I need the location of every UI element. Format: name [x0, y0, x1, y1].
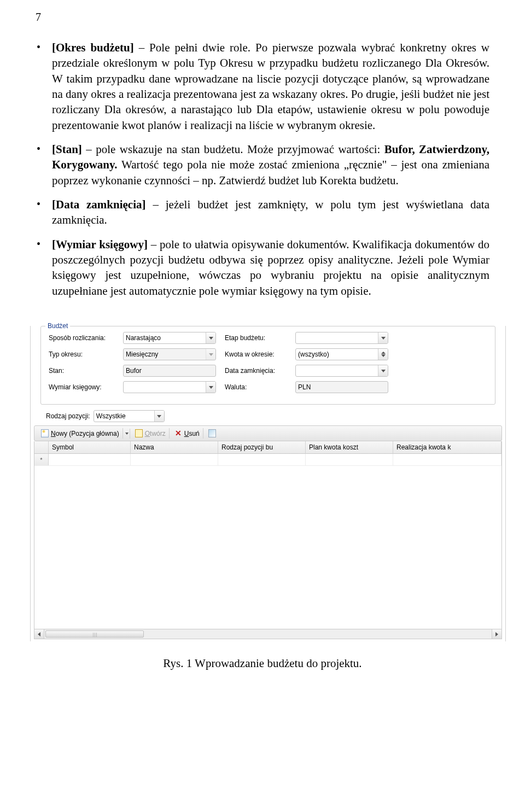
- combo-waluta: PLN: [295, 381, 388, 393]
- edit-icon: [208, 429, 216, 437]
- label-stan: [Stan]: [52, 143, 82, 156]
- row-marker: *: [34, 454, 49, 465]
- usun-label-rest: suń: [189, 430, 199, 437]
- bullet-data-zamkniecia: [Data zamknięcia] – jeżeli budżet jest z…: [52, 197, 489, 228]
- new-icon: [41, 429, 49, 437]
- otworz-button: Otwórz: [132, 428, 170, 439]
- grid-toolbar: Nowy (Pozycja główna) Otwórz ✕ Usuń: [34, 425, 502, 441]
- otworz-label-rest: twórz: [150, 430, 166, 437]
- text-stan-a: – pole wskazuje na stan budżetu. Może pr…: [82, 143, 384, 156]
- label-typ-okresu: Typ okresu:: [49, 350, 115, 358]
- value-stan: Bufor: [124, 365, 215, 376]
- scroll-right-icon[interactable]: [492, 629, 501, 639]
- combo-typ-okresu: Miesięczny: [123, 348, 216, 360]
- group-legend: Budżet: [45, 322, 70, 330]
- label-rodzaj-pozycji: Rodzaj pozycji:: [46, 412, 90, 420]
- value-waluta: PLN: [296, 382, 388, 393]
- nowy-dropdown[interactable]: [125, 429, 130, 439]
- combo-sposob-rozliczania[interactable]: Narastająco: [123, 332, 216, 344]
- dropdown-icon[interactable]: [206, 382, 215, 393]
- combo-rodzaj-pozycji[interactable]: Wszystkie: [94, 410, 165, 422]
- combo-data-zamkniecia[interactable]: [295, 365, 388, 377]
- label-kwota-w-okresie: Kwota w okresie:: [225, 350, 288, 358]
- positions-grid: Symbol Nazwa Rodzaj pozycji bu Plan kwot…: [34, 441, 502, 629]
- nowy-button[interactable]: Nowy (Pozycja główna): [38, 428, 123, 439]
- combo-wymiar-ksiegowy[interactable]: [123, 381, 216, 393]
- label-data-z: [Data zamknięcia]: [52, 198, 146, 211]
- open-icon: [135, 429, 143, 437]
- edit-button[interactable]: [205, 428, 219, 439]
- label-okres: [Okres budżetu]: [52, 41, 134, 54]
- text-okres: – Pole pełni dwie role. Po pierwsze pozw…: [52, 41, 489, 132]
- row-selector-header: [34, 441, 49, 453]
- grid-body: *: [34, 454, 501, 629]
- scroll-thumb[interactable]: [45, 630, 144, 638]
- dropdown-icon: [206, 349, 215, 360]
- col-realizacja[interactable]: Realizacja kwota k: [393, 441, 501, 453]
- scroll-left-icon[interactable]: [34, 629, 44, 639]
- value-rodzaj: Wszystkie: [94, 411, 154, 422]
- col-symbol[interactable]: Symbol: [49, 441, 131, 453]
- budget-panel: Budżet Sposób rozliczania: Narastająco E…: [30, 326, 506, 641]
- budget-groupbox: Budżet Sposób rozliczania: Narastająco E…: [40, 326, 495, 405]
- value-wymiar: [124, 382, 206, 393]
- col-nazwa[interactable]: Nazwa: [131, 441, 218, 453]
- page-number: 7: [36, 11, 489, 24]
- value-data-z: [296, 365, 378, 376]
- label-sposob-rozliczania: Sposób rozliczania:: [49, 334, 115, 342]
- value-typ: Miesięczny: [124, 349, 206, 360]
- col-plan[interactable]: Plan kwota koszt: [306, 441, 393, 453]
- label-etap-budzetu: Etap budżetu:: [225, 334, 288, 342]
- nowy-label-rest: owy (Pozycja główna): [56, 430, 119, 437]
- combo-etap-budzetu[interactable]: [295, 332, 388, 344]
- label-waluta: Waluta:: [225, 383, 288, 391]
- text-stan-b: Wartość tego pola nie może zostać zmieni…: [52, 158, 489, 186]
- bullet-okres-budzetu: [Okres budżetu] – Pole pełni dwie role. …: [52, 40, 489, 133]
- grid-new-row[interactable]: *: [34, 454, 501, 466]
- dropdown-icon[interactable]: [378, 332, 388, 343]
- spinner-icon[interactable]: [378, 349, 388, 360]
- bullet-stan: [Stan] – pole wskazuje na stan budżetu. …: [52, 142, 489, 188]
- horizontal-scrollbar[interactable]: [34, 629, 502, 639]
- dropdown-icon[interactable]: [154, 411, 164, 422]
- label-data-zamkniecia-field: Data zamknięcia:: [225, 367, 288, 375]
- field-descriptions-list: [Okres budżetu] – Pole pełni dwie role. …: [36, 40, 489, 299]
- usun-button[interactable]: ✕ Usuń: [171, 428, 203, 439]
- delete-x-icon: ✕: [174, 429, 182, 437]
- figure-caption: Rys. 1 Wprowadzanie budżetu do projektu.: [36, 657, 489, 670]
- bullet-wymiar-ksiegowy: [Wymiar księgowy] – pole to ułatwia opis…: [52, 237, 489, 299]
- label-wymiar-ksiegowy-field: Wymiar księgowy:: [49, 383, 115, 391]
- grid-header: Symbol Nazwa Rodzaj pozycji bu Plan kwot…: [34, 441, 501, 454]
- dropdown-icon[interactable]: [206, 332, 215, 343]
- value-sposob: Narastająco: [124, 332, 206, 343]
- col-rodzaj[interactable]: Rodzaj pozycji bu: [218, 441, 306, 453]
- label-wymiar: [Wymiar księgowy]: [52, 238, 148, 251]
- label-stan-field: Stan:: [49, 367, 115, 375]
- dropdown-icon[interactable]: [378, 365, 388, 376]
- spin-kwota-w-okresie[interactable]: (wszystko): [295, 348, 388, 360]
- value-etap: [296, 332, 378, 343]
- combo-stan: Bufor: [123, 365, 216, 377]
- value-kwota: (wszystko): [296, 349, 378, 360]
